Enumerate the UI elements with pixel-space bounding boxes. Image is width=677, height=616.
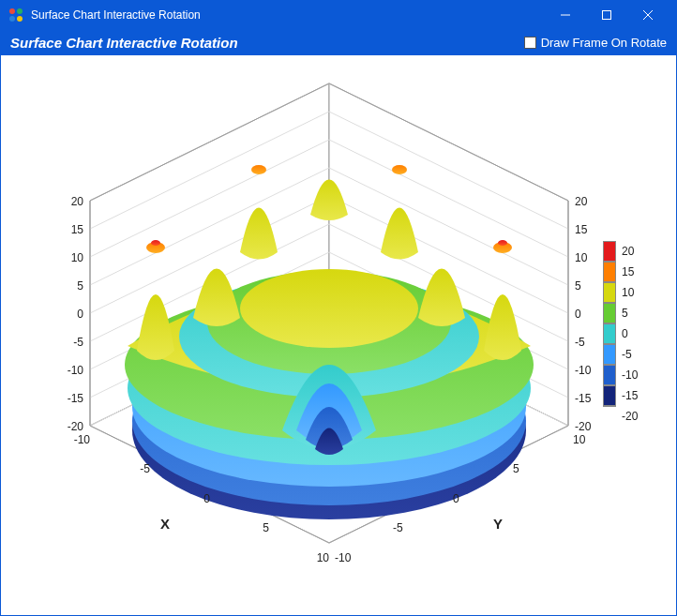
svg-text:-5: -5: [140, 462, 150, 475]
svg-text:-5: -5: [393, 521, 403, 534]
svg-text:5: 5: [575, 279, 581, 293]
surface-chart[interactable]: 20 15 10 5 0 -5 -10 -15 -20 20 15 10 5 0…: [1, 55, 676, 615]
svg-text:-20: -20: [68, 420, 84, 433]
svg-text:0: 0: [575, 308, 581, 321]
svg-text:-10: -10: [335, 551, 352, 564]
svg-rect-5: [603, 11, 611, 20]
draw-frame-checkbox[interactable]: Draw Frame On Rotate: [524, 36, 667, 50]
svg-text:15: 15: [575, 223, 588, 236]
svg-text:0: 0: [203, 492, 210, 505]
svg-text:-5: -5: [575, 336, 585, 349]
legend-tick: 0: [622, 327, 628, 340]
toolbar: Surface Chart Interactive Rotation Draw …: [1, 29, 676, 55]
svg-text:-10: -10: [68, 364, 84, 377]
x-axis-label: X: [160, 516, 170, 532]
legend-tick: 20: [622, 245, 634, 258]
legend-tick: -15: [622, 389, 638, 402]
window-controls: [545, 1, 669, 29]
legend-tick: 15: [622, 265, 634, 278]
svg-text:0: 0: [77, 308, 83, 321]
svg-text:5: 5: [263, 521, 269, 534]
svg-text:10: 10: [575, 251, 588, 264]
legend-tick: 10: [622, 286, 634, 299]
svg-text:5: 5: [513, 462, 519, 475]
color-legend: 20 15 10 5 0 -5 -10 -15 -20: [603, 241, 655, 427]
svg-text:-20: -20: [575, 420, 592, 433]
svg-text:20: 20: [575, 195, 588, 208]
svg-text:-15: -15: [575, 392, 592, 405]
svg-point-0: [9, 8, 15, 14]
svg-point-55: [251, 165, 266, 174]
svg-point-56: [392, 165, 407, 174]
svg-text:0: 0: [453, 492, 459, 505]
svg-text:10: 10: [317, 551, 330, 564]
svg-text:-5: -5: [73, 336, 83, 349]
checkbox-label: Draw Frame On Rotate: [541, 36, 667, 50]
z-axis-left-ticks: 20 15 10 5 0 -5 -10 -15 -20: [68, 195, 84, 433]
svg-point-54: [498, 240, 507, 246]
window-title: Surface Chart Interactive Rotation: [31, 8, 545, 22]
legend-tick: -10: [622, 368, 638, 382]
svg-point-52: [151, 240, 160, 246]
svg-point-1: [17, 8, 23, 14]
z-axis-right-ticks: 20 15 10 5 0 -5 -10 -15 -20: [575, 195, 592, 433]
svg-text:5: 5: [77, 279, 83, 293]
minimize-button[interactable]: [545, 1, 586, 29]
svg-text:15: 15: [71, 223, 84, 236]
legend-tick: -5: [622, 348, 632, 361]
window-titlebar: Surface Chart Interactive Rotation: [1, 1, 676, 29]
svg-point-50: [240, 269, 418, 348]
legend-tick: 5: [622, 307, 628, 320]
svg-text:-10: -10: [575, 364, 592, 377]
svg-text:10: 10: [573, 433, 586, 446]
app-icon: [8, 8, 23, 23]
svg-point-2: [9, 16, 15, 22]
y-axis-label: Y: [493, 516, 503, 532]
legend-tick: -20: [622, 410, 638, 423]
svg-text:10: 10: [71, 251, 84, 264]
svg-point-3: [17, 16, 23, 22]
chart-title: Surface Chart Interactive Rotation: [10, 35, 524, 51]
svg-text:20: 20: [71, 195, 84, 208]
maximize-button[interactable]: [586, 1, 627, 29]
close-button[interactable]: [627, 1, 669, 29]
svg-text:-10: -10: [74, 433, 91, 446]
svg-text:-15: -15: [68, 392, 84, 405]
checkbox-icon: [524, 37, 536, 49]
